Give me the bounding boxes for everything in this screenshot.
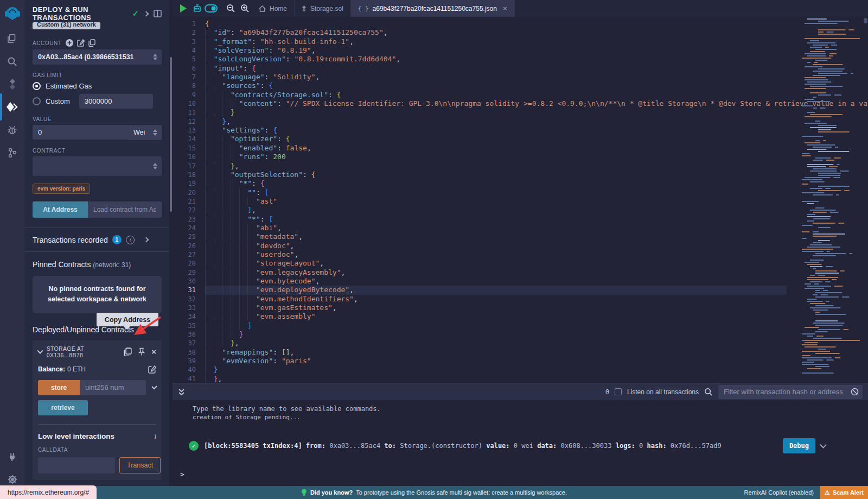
expand-terminal-icon[interactable]	[178, 388, 185, 396]
debugger-icon[interactable]	[0, 118, 24, 141]
value-input[interactable]	[33, 125, 128, 140]
transact-button[interactable]: Transact	[119, 457, 161, 473]
code-line[interactable]: 14 "optimizer": {	[173, 135, 787, 143]
code-line[interactable]: 15 "enabled": false,	[173, 144, 787, 153]
code-line[interactable]: 8 "sources": {	[173, 81, 787, 90]
tab-build-info-json[interactable]: { } a69b43f277ba20fcac141151250ca755.jso…	[351, 0, 515, 17]
filter-transactions-input[interactable]	[718, 385, 863, 399]
code-line[interactable]: 29 "evm.legacyAssembly",	[173, 268, 787, 277]
close-tab-icon[interactable]: ×	[503, 4, 507, 12]
code-editor[interactable]: 1{2 "id": "a69b43f277ba20fcac141151250ca…	[173, 17, 868, 383]
code-line[interactable]: 10 "content": "// SPDX-License-Identifie…	[173, 99, 787, 108]
chevron-right-icon[interactable]	[143, 237, 149, 243]
zoom-in-icon[interactable]	[238, 0, 252, 17]
code-line[interactable]: 11 }	[173, 108, 787, 117]
retrieve-button[interactable]: retrieve	[38, 400, 88, 415]
account-select[interactable]: 0xA03...85ac4 (0.39866531531	[33, 49, 162, 65]
code-line[interactable]: 1{	[173, 20, 787, 28]
code-line[interactable]: 2 "id": "a69b43f277ba20fcac141151250ca75…	[173, 28, 787, 37]
code-line[interactable]: 21 "ast"	[173, 197, 787, 206]
code-line[interactable]: 23 "*": [	[173, 215, 787, 224]
solidity-compiler-icon[interactable]	[0, 73, 24, 96]
code-line[interactable]: 24 "abi",	[173, 224, 787, 232]
code-line[interactable]: 39 "evmVersion": "paris"	[173, 357, 787, 365]
transactions-recorded-row[interactable]: Transactions recorded 1 i	[25, 228, 169, 251]
ai-copilot-toggle[interactable]	[204, 0, 218, 17]
info-icon[interactable]: i	[154, 432, 156, 441]
edit-balance-icon[interactable]	[148, 365, 156, 374]
store-arg-input[interactable]	[80, 380, 146, 395]
add-account-icon[interactable]	[66, 39, 73, 47]
pin-panel-icon[interactable]	[154, 10, 162, 17]
run-script-button[interactable]	[176, 0, 190, 17]
search-icon[interactable]	[0, 50, 24, 73]
editor-scrollbar[interactable]	[864, 18, 867, 23]
code-line[interactable]: 7 "language": "Solidity",	[173, 73, 787, 81]
code-line[interactable]: 18 "outputSelection": {	[173, 170, 787, 179]
copy-address-icon[interactable]	[124, 348, 132, 356]
code-line[interactable]: 17 },	[173, 162, 787, 170]
listen-all-checkbox[interactable]	[615, 388, 622, 395]
zoom-out-icon[interactable]	[224, 0, 238, 17]
code-line[interactable]: 3 "_format": "hh-sol-build-info-1",	[173, 37, 787, 46]
radio-selected-icon[interactable]	[33, 82, 41, 90]
copilot-status[interactable]: RemixAI Copilot (enabled)	[744, 486, 814, 499]
minimap[interactable]	[800, 17, 861, 383]
code-line[interactable]: 32 "evm.methodIdentifiers",	[173, 295, 787, 304]
code-line[interactable]: 6 "input": {	[173, 64, 787, 73]
code-content[interactable]: 1{2 "id": "a69b43f277ba20fcac141151250ca…	[173, 20, 787, 383]
panel-scrollbar[interactable]	[170, 57, 172, 212]
at-address-button[interactable]: At Address	[33, 201, 88, 218]
tab-home[interactable]: Home	[252, 0, 295, 17]
code-line[interactable]: 33 "evm.gasEstimates",	[173, 304, 787, 312]
code-line[interactable]: 9 "contracts/Storage.sol": {	[173, 91, 787, 99]
scam-alert-button[interactable]: ⚠ Scam Alert	[820, 486, 868, 499]
code-line[interactable]: 25 "metadata",	[173, 232, 787, 241]
custom-gas-input[interactable]	[79, 94, 153, 109]
contract-select[interactable]	[33, 156, 162, 176]
code-line[interactable]: 41 },	[173, 375, 787, 383]
estimated-gas-option[interactable]: Estimated Gas	[33, 82, 162, 90]
code-line[interactable]: 27 "userdoc",	[173, 250, 787, 259]
tab-storage-sol[interactable]: Storage.sol	[295, 0, 351, 17]
code-line[interactable]: 20 "": [	[173, 188, 787, 197]
remix-ai-assistant-icon[interactable]	[190, 0, 204, 17]
code-line[interactable]: 4 "solcVersion": "0.8.19",	[173, 46, 787, 55]
code-line[interactable]: 28 "storageLayout",	[173, 259, 787, 268]
terminal[interactable]: Type the library name to see available c…	[173, 400, 868, 486]
code-line[interactable]: 40 }	[173, 365, 787, 374]
code-line[interactable]: 26 "devdoc",	[173, 242, 787, 250]
remix-logo-icon[interactable]	[0, 0, 24, 27]
radio-icon[interactable]	[33, 97, 41, 105]
code-line[interactable]: 37 },	[173, 339, 787, 348]
git-icon[interactable]	[0, 141, 24, 164]
terminal-prompt[interactable]: >	[180, 470, 184, 478]
plugin-manager-icon[interactable]	[0, 445, 24, 468]
store-button[interactable]: store	[38, 380, 80, 395]
edit-account-icon[interactable]	[77, 39, 85, 47]
deploy-run-icon[interactable]	[0, 96, 24, 118]
transaction-result-row[interactable]: ✓ [block:5583405 txIndex:4] from: 0xa03.…	[189, 438, 868, 453]
calldata-input[interactable]	[38, 457, 115, 473]
code-line[interactable]: 38 "remappings": [],	[173, 348, 787, 357]
code-line[interactable]: 36 }	[173, 330, 787, 339]
code-line[interactable]: 31 "evm.deployedBytecode",	[173, 286, 787, 294]
chevron-right-icon[interactable]	[144, 11, 149, 16]
code-line[interactable]: 34 "evm.assembly"	[173, 312, 787, 321]
expand-store-icon[interactable]	[151, 384, 157, 390]
clear-filter-icon[interactable]	[851, 388, 859, 396]
chevron-down-icon[interactable]	[37, 348, 43, 354]
copy-account-icon[interactable]	[88, 39, 95, 47]
code-line[interactable]: 12 },	[173, 117, 787, 126]
at-address-input[interactable]	[88, 201, 162, 218]
code-line[interactable]: 19 "*": {	[173, 179, 787, 188]
code-line[interactable]: 16 "runs": 200	[173, 153, 787, 161]
debug-button[interactable]: Debug	[783, 438, 815, 453]
info-icon[interactable]: i	[126, 236, 135, 244]
contract-instance-title[interactable]: STORAGE AT 0X136...8B78	[47, 345, 119, 358]
code-line[interactable]: 35 ]	[173, 321, 787, 330]
remove-contract-icon[interactable]: ×	[151, 347, 156, 356]
code-line[interactable]: 30 "evm.bytecode",	[173, 277, 787, 286]
value-unit-select[interactable]: Wei	[128, 125, 162, 140]
pin-contract-icon[interactable]	[138, 348, 145, 356]
